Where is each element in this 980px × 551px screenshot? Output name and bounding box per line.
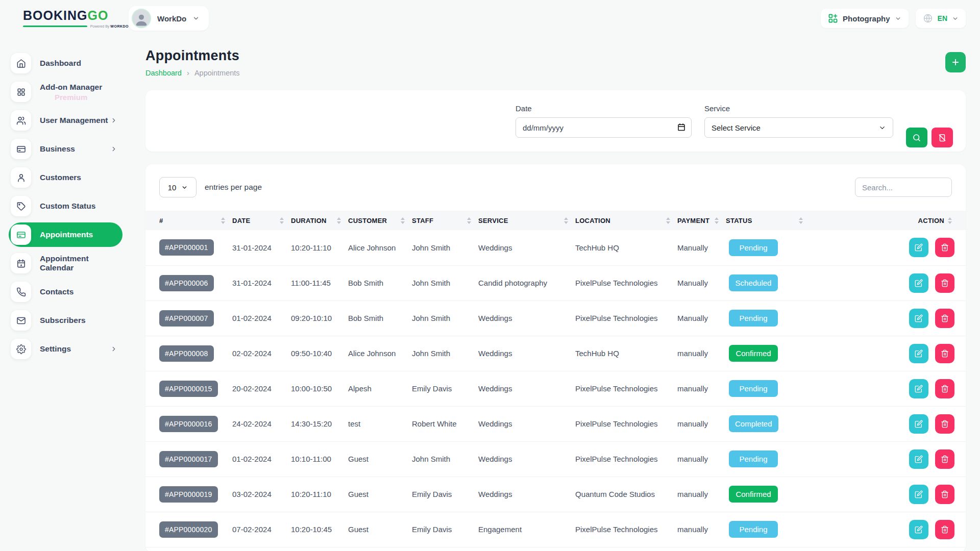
sidebar-item-label: Business <box>40 144 75 154</box>
cell-location: Quantum Code Studios <box>575 477 677 512</box>
sidebar-item-addon-manager[interactable]: Add-on Manager Premium <box>9 80 122 104</box>
gear-icon <box>11 339 31 359</box>
column-header-customer[interactable]: CUSTOMER <box>348 217 387 224</box>
table-search-input[interactable] <box>855 178 952 197</box>
sidebar-item-contacts[interactable]: Contacts <box>9 280 122 304</box>
sort-arrows-icon[interactable] <box>799 217 803 224</box>
service-select-value: Select Service <box>712 123 761 132</box>
date-filter-label: Date <box>516 104 692 113</box>
status-badge: Pending <box>729 521 778 538</box>
cell-staff: Robert White <box>412 406 478 441</box>
status-badge: Completed <box>729 415 778 432</box>
edit-button[interactable] <box>909 485 928 504</box>
date-input[interactable] <box>516 117 692 138</box>
status-badge: Pending <box>729 239 778 256</box>
edit-button[interactable] <box>909 449 928 469</box>
trash-icon <box>941 279 949 287</box>
cell-payment: Manually <box>677 300 726 336</box>
plan-dropdown[interactable]: Photography <box>821 9 909 28</box>
sidebar-item-dashboard[interactable]: Dashboard <box>9 51 122 76</box>
delete-button[interactable] <box>935 238 954 257</box>
sort-arrows-icon[interactable] <box>948 217 952 224</box>
cell-staff: John Smith <box>412 336 478 371</box>
appointments-table: # DATE DURATION CUSTOMER STAFF SERVICE L… <box>145 211 966 547</box>
edit-pencil-icon <box>915 279 923 287</box>
cell-duration: 14:30-15:20 <box>291 406 348 441</box>
sort-arrows-icon[interactable] <box>337 217 341 224</box>
edit-button[interactable] <box>909 520 928 539</box>
sidebar-item-user-management[interactable]: User Management <box>9 108 122 133</box>
cell-location: PixelPulse Technologies <box>575 371 677 406</box>
trash-icon <box>941 349 949 358</box>
sort-arrows-icon[interactable] <box>401 217 405 224</box>
table-row: #APP0000017 01-02-2024 10:10-11:00 Guest… <box>145 441 966 477</box>
service-select[interactable]: Select Service <box>704 117 893 138</box>
language-dropdown[interactable]: EN <box>916 9 966 28</box>
edit-button[interactable] <box>909 344 928 363</box>
edit-pencil-icon <box>915 314 923 322</box>
calendar-icon <box>11 253 31 273</box>
column-header-date[interactable]: DATE <box>232 217 250 224</box>
edit-button[interactable] <box>909 379 928 398</box>
cell-customer: Guest <box>348 477 412 512</box>
trash-icon <box>941 455 949 463</box>
cell-customer: Guest <box>348 512 412 547</box>
delete-button[interactable] <box>935 449 954 469</box>
edit-button[interactable] <box>909 273 928 293</box>
sidebar-item-label: Dashboard <box>40 59 81 68</box>
column-header-id[interactable]: # <box>159 217 163 224</box>
sidebar-item-customers[interactable]: Customers <box>9 165 122 190</box>
breadcrumb-dashboard-link[interactable]: Dashboard <box>145 69 182 77</box>
delete-button[interactable] <box>935 520 954 539</box>
column-header-status[interactable]: STATUS <box>726 217 752 224</box>
cell-date: 01-02-2024 <box>232 441 291 477</box>
cell-customer: Alpesh <box>348 371 412 406</box>
phone-icon <box>11 282 31 302</box>
edit-button[interactable] <box>909 414 928 434</box>
workspace-dropdown[interactable]: WorkDo <box>129 6 209 31</box>
column-header-location[interactable]: LOCATION <box>575 217 610 224</box>
sidebar-item-business[interactable]: Business <box>9 137 122 161</box>
sort-arrows-icon[interactable] <box>666 217 670 224</box>
chevron-down-icon <box>192 15 200 22</box>
reset-filter-button[interactable] <box>932 128 953 147</box>
cell-duration: 11:00-11:45 <box>291 265 348 300</box>
sort-arrows-icon[interactable] <box>715 217 719 224</box>
appointments-table-card: 10 entries per page # <box>145 164 966 551</box>
cell-customer: Bob Smith <box>348 265 412 300</box>
table-row: #APP0000020 07-02-2024 10:20-10:45 Guest… <box>145 512 966 547</box>
cell-payment: manually <box>677 477 726 512</box>
edit-pencil-icon <box>915 525 923 534</box>
search-icon <box>912 133 921 142</box>
sort-arrows-icon[interactable] <box>467 217 471 224</box>
cell-duration: 10:00-10:50 <box>291 371 348 406</box>
appointment-card-icon <box>11 224 31 245</box>
language-label: EN <box>938 14 947 22</box>
breadcrumb: Dashboard › Appointments <box>145 68 240 77</box>
sidebar-item-appointment-calendar[interactable]: Appointment Calendar <box>9 251 122 276</box>
add-appointment-button[interactable] <box>945 52 966 72</box>
sidebar-item-appointments[interactable]: Appointments <box>9 222 122 247</box>
trash-icon <box>941 243 949 252</box>
sidebar-item-custom-status[interactable]: Custom Status <box>9 194 122 218</box>
sidebar-item-settings[interactable]: Settings <box>9 337 122 361</box>
sort-arrows-icon[interactable] <box>280 217 284 224</box>
sort-arrows-icon[interactable] <box>564 217 568 224</box>
sort-arrows-icon[interactable] <box>221 217 225 224</box>
column-header-duration[interactable]: DURATION <box>291 217 327 224</box>
delete-button[interactable] <box>935 379 954 398</box>
column-header-staff[interactable]: STAFF <box>412 217 433 224</box>
apply-filter-button[interactable] <box>906 128 927 147</box>
delete-button[interactable] <box>935 309 954 328</box>
entries-per-page-select[interactable]: 10 <box>159 177 197 197</box>
sidebar-item-subscribers[interactable]: Subscribers <box>9 308 122 333</box>
delete-button[interactable] <box>935 344 954 363</box>
edit-button[interactable] <box>909 238 928 257</box>
column-header-action[interactable]: ACTION <box>918 217 944 224</box>
delete-button[interactable] <box>935 273 954 293</box>
delete-button[interactable] <box>935 485 954 504</box>
column-header-payment[interactable]: PAYMENT <box>677 217 709 224</box>
edit-button[interactable] <box>909 309 928 328</box>
delete-button[interactable] <box>935 414 954 434</box>
column-header-service[interactable]: SERVICE <box>478 217 508 224</box>
